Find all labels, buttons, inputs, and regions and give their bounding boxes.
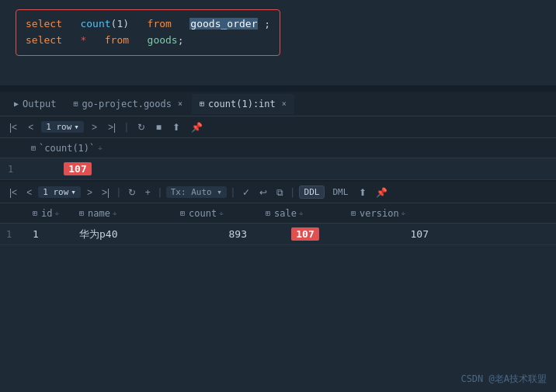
keyword-from-2: from [105, 34, 129, 46]
result1-toolbar: |< < 1 row ▾ > >| | ↻ ■ ⬆ 📌 [0, 116, 556, 138]
unpin-btn-2[interactable]: 📌 [373, 186, 391, 199]
td-sale: 107 [262, 228, 348, 240]
unpin-btn-1[interactable]: 📌 [188, 120, 206, 134]
th-name-icon: ⊞ [79, 209, 84, 217]
count-args: (1) [111, 18, 129, 29]
refresh-btn[interactable]: ↻ [134, 120, 148, 134]
ddl-btn[interactable]: DDL [299, 186, 325, 199]
th-count-label: count [189, 208, 217, 219]
row-selector-1[interactable]: 1 row ▾ [41, 121, 84, 133]
table-goods-order: goods_order [189, 18, 258, 29]
th-version-icon: ⊞ [351, 209, 356, 217]
function-count: count [80, 18, 110, 29]
semicolon-2: ; [178, 34, 184, 46]
pin-btn-1[interactable]: ⬆ [169, 120, 183, 134]
th-name: ⊞ name ÷ [76, 208, 177, 219]
nav-first-btn[interactable]: |< [6, 120, 20, 134]
dml-btn[interactable]: DML [328, 186, 353, 198]
col-icon-count: ⊞ [31, 144, 36, 152]
nav-first-btn-2[interactable]: |< [6, 186, 20, 199]
nav-prev-btn-2[interactable]: < [23, 186, 35, 199]
col-count-label: `count(1)` [39, 143, 95, 154]
row-count-1: 1 row [46, 122, 71, 132]
th-version-label: version [360, 208, 399, 219]
th-sale: ⊞ sale ÷ [262, 208, 348, 219]
panel-divider [0, 85, 556, 92]
copy-btn[interactable]: ⧉ [273, 186, 287, 199]
sep4: | [230, 186, 236, 198]
rollback-btn[interactable]: ↩ [256, 186, 270, 199]
tab-count-close[interactable]: × [282, 99, 287, 108]
count-table-icon: ⊞ [200, 99, 204, 108]
sep5: | [290, 186, 296, 198]
tab-goods-close[interactable]: × [178, 99, 182, 108]
sort-icon-count: ÷ [98, 144, 102, 152]
stop-btn[interactable]: ■ [153, 120, 165, 134]
nav-next-btn-2[interactable]: > [84, 186, 96, 199]
result2-toolbar: |< < 1 row ▾ > >| | ↻ + | Tx: Auto ▾ | ✓… [0, 180, 556, 203]
keyword-select-1: select [26, 18, 62, 29]
th-id: ⊞ id ÷ [30, 208, 76, 219]
th-version-sort: ÷ [401, 210, 405, 217]
sep3: | [157, 186, 163, 198]
row-num-1: 1 [8, 164, 31, 175]
table-header: ⊞ id ÷ ⊞ name ÷ ⊞ count ÷ ⊞ sale ÷ ⊞ ver… [0, 203, 556, 224]
sep1: | [123, 121, 130, 133]
row-dropdown-icon-2: ▾ [71, 187, 76, 197]
th-count-sort: ÷ [219, 210, 223, 217]
refresh-btn-2[interactable]: ↻ [125, 186, 139, 199]
th-sale-icon: ⊞ [266, 209, 270, 217]
td-id: 1 [30, 228, 76, 240]
row-dropdown-icon: ▾ [74, 122, 79, 132]
watermark: CSDN @老A技术联盟 [460, 373, 547, 386]
nav-last-btn-2[interactable]: >| [99, 186, 113, 199]
code-line-2: select * from goods; [26, 33, 270, 49]
tab-output[interactable]: ▶ Output [6, 94, 64, 114]
table-row-1: 1 1 华为p40 893 107 107 [0, 224, 556, 245]
col-count-header: ⊞ `count(1)` ÷ [31, 143, 103, 154]
th-id-sort: ÷ [54, 210, 58, 217]
row-selector-2[interactable]: 1 row ▾ [38, 186, 81, 198]
th-name-sort: ÷ [113, 210, 116, 217]
result1-header: ⊞ `count(1)` ÷ [0, 138, 556, 158]
th-count-icon: ⊞ [180, 209, 185, 217]
goods-table-icon: ⊞ [73, 99, 78, 108]
commit-btn[interactable]: ✓ [239, 186, 253, 199]
tab-count[interactable]: ⊞ count(1):int × [192, 94, 294, 114]
add-row-btn[interactable]: + [142, 186, 154, 199]
th-version: ⊞ version ÷ [348, 208, 441, 219]
tab-output-label: Output [23, 99, 56, 109]
th-count: ⊞ count ÷ [177, 208, 262, 219]
tab-count-label: count(1):int [208, 99, 276, 109]
th-sale-sort: ÷ [299, 210, 303, 217]
nav-prev-btn[interactable]: < [25, 120, 36, 134]
star-wildcard: * [80, 34, 86, 46]
td-version: 107 [348, 228, 441, 240]
editor-area: select count(1) from goods_order ; selec… [0, 0, 556, 85]
th-sale-label: sale [274, 208, 297, 219]
keyword-select-2: select [26, 34, 62, 46]
tab-goods[interactable]: ⊞ go-project.goods × [65, 94, 190, 114]
sep2: | [116, 186, 122, 198]
td-name: 华为p40 [76, 227, 177, 241]
nav-last-btn[interactable]: >| [105, 120, 119, 134]
tab-goods-label: go-project.goods [82, 99, 172, 109]
table-row-num: 1 [6, 229, 30, 240]
sale-highlight: 107 [291, 227, 318, 241]
semicolon-1: ; [264, 18, 270, 29]
pin-btn-2[interactable]: ⬆ [356, 186, 370, 199]
tx-dropdown-icon: ▾ [217, 187, 222, 197]
output-icon: ▶ [14, 99, 19, 108]
tx-selector[interactable]: Tx: Auto ▾ [166, 186, 227, 198]
row-count-2: 1 row [43, 187, 68, 197]
nav-next-btn[interactable]: > [89, 120, 100, 134]
th-id-label: id [41, 208, 52, 219]
th-id-icon: ⊞ [33, 209, 37, 217]
code-block: select count(1) from goods_order ; selec… [16, 9, 280, 56]
th-name-label: name [88, 208, 110, 219]
tabs-row: ▶ Output ⊞ go-project.goods × ⊞ count(1)… [0, 92, 556, 116]
td-count: 893 [177, 228, 262, 240]
result1-row-1: 1 107 [0, 158, 556, 180]
table-goods: goods [148, 34, 178, 46]
code-line-1: select count(1) from goods_order ; [26, 16, 270, 33]
